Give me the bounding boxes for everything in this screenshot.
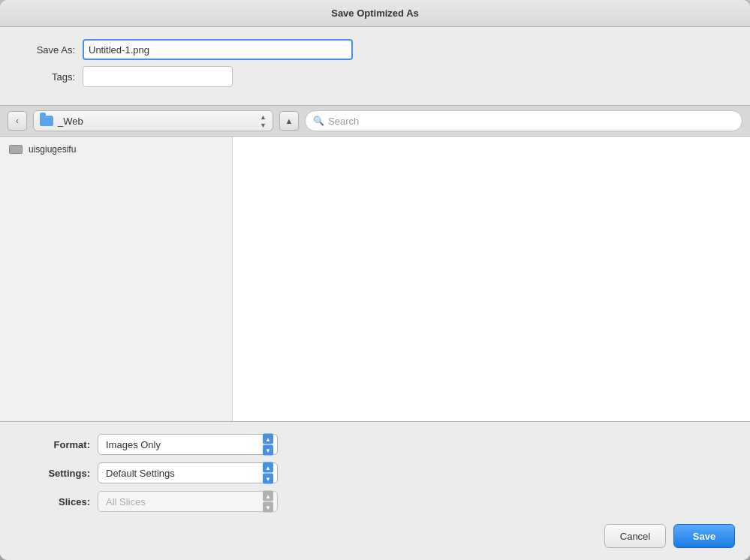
main-panel (233, 137, 750, 421)
save-dialog: Save Optimized As Save As: Tags: ‹ _Web … (0, 0, 750, 560)
toolbar: ‹ _Web ▲ ▼ ▲ 🔍 Search (0, 105, 750, 137)
format-row: Format: Images Only HTML and Images CSS … (15, 434, 735, 455)
back-icon: ‹ (16, 116, 19, 126)
save-as-input[interactable] (83, 39, 353, 60)
format-label: Format: (15, 439, 90, 450)
settings-row: Settings: Default Settings Custom ▲ ▼ (15, 462, 735, 483)
save-label: Save (693, 531, 715, 542)
title-bar: Save Optimized As (0, 0, 750, 27)
form-area: Save As: Tags: (0, 27, 750, 105)
format-select[interactable]: Images Only HTML and Images CSS Layers H… (98, 434, 278, 455)
bottom-area: Format: Images Only HTML and Images CSS … (0, 421, 750, 560)
settings-select[interactable]: Default Settings Custom (98, 462, 278, 483)
slices-label: Slices: (15, 496, 90, 507)
chevron-down-icon: ▼ (260, 122, 267, 129)
expand-icon: ▲ (285, 116, 294, 125)
search-placeholder: Search (328, 116, 359, 127)
location-dropdown[interactable]: _Web ▲ ▼ (33, 110, 273, 131)
location-text: _Web (58, 116, 255, 127)
tags-row: Tags: (15, 66, 735, 87)
chevron-up-icon: ▲ (260, 113, 267, 121)
sidebar-panel: uisgiugesifu (0, 137, 233, 421)
settings-select-wrapper: Default Settings Custom ▲ ▼ (98, 462, 278, 483)
sidebar-item-label: uisgiugesifu (29, 144, 76, 155)
expand-button[interactable]: ▲ (279, 111, 299, 131)
dialog-title: Save Optimized As (331, 8, 419, 19)
search-box[interactable]: 🔍 Search (305, 110, 742, 131)
slices-select-wrapper: All Slices Selected Slices ▲ ▼ (98, 491, 278, 512)
cancel-button[interactable]: Cancel (604, 524, 666, 548)
sidebar-item-uisgiugesifu[interactable]: uisgiugesifu (0, 141, 232, 158)
save-button[interactable]: Save (673, 524, 735, 548)
hdd-icon (9, 145, 23, 154)
back-button[interactable]: ‹ (8, 111, 27, 131)
slices-row: Slices: All Slices Selected Slices ▲ ▼ (15, 491, 735, 512)
settings-label: Settings: (15, 468, 90, 479)
slices-select[interactable]: All Slices Selected Slices (98, 491, 278, 512)
format-select-wrapper: Images Only HTML and Images CSS Layers H… (98, 434, 278, 455)
buttons-row: Cancel Save (15, 524, 735, 548)
tags-label: Tags: (15, 71, 75, 83)
location-chevrons: ▲ ▼ (260, 113, 267, 129)
search-icon: 🔍 (313, 116, 324, 126)
content-area: uisgiugesifu (0, 137, 750, 421)
tags-input[interactable] (83, 66, 233, 87)
folder-icon (40, 116, 53, 126)
save-as-row: Save As: (15, 39, 735, 60)
cancel-label: Cancel (620, 531, 650, 542)
save-as-label: Save As: (15, 44, 75, 56)
